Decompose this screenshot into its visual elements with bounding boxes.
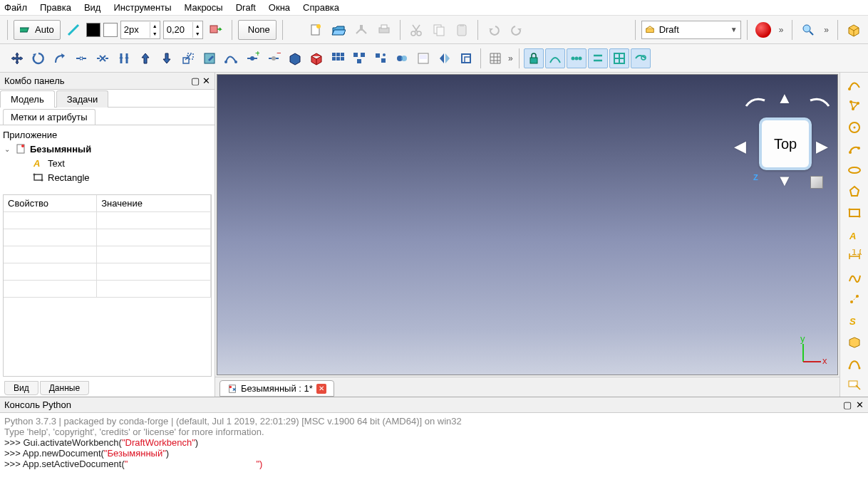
trimex-tool[interactable] [71, 48, 91, 68]
mirror-tool[interactable] [435, 48, 455, 68]
panel-close-icon[interactable]: ✕ [856, 399, 864, 410]
copy-button[interactable] [429, 20, 449, 40]
offset-tool[interactable] [50, 48, 70, 68]
prop-tab-data[interactable]: Данные [40, 381, 89, 395]
cut-button[interactable] [406, 20, 426, 40]
bezier-tool[interactable] [844, 355, 865, 372]
bspline-tool[interactable] [844, 269, 865, 286]
menu-help[interactable]: Справка [303, 2, 339, 13]
new-doc-button[interactable] [306, 20, 326, 40]
upgrade-button[interactable] [135, 48, 155, 68]
downgrade-button[interactable] [157, 48, 177, 68]
path-array-tool[interactable] [349, 48, 369, 68]
array-tool[interactable] [328, 48, 348, 68]
more-icon[interactable]: » [507, 53, 515, 63]
panel-float-icon[interactable]: ▢ [843, 399, 852, 410]
shapestring-tool[interactable]: S [844, 312, 865, 329]
tree-doc-node[interactable]: ⌄ Безымянный [3, 142, 212, 156]
line-width-input[interactable] [121, 23, 150, 36]
subtab-labels[interactable]: Метки и атрибуты [3, 109, 95, 125]
move-tool[interactable] [7, 48, 27, 68]
line-tool[interactable] [844, 75, 865, 93]
spin-up[interactable]: ▲ [150, 22, 160, 30]
wire-tool[interactable] [844, 97, 865, 114]
panel-close-icon[interactable]: ✕ [202, 75, 210, 86]
construction-mode-button[interactable]: Auto [14, 20, 61, 40]
grid-toggle[interactable] [485, 48, 505, 68]
clone-tool[interactable] [392, 48, 412, 68]
polygon-tool[interactable] [844, 183, 865, 200]
line-color-swatch[interactable] [103, 23, 118, 37]
rotate-tool[interactable] [29, 48, 48, 68]
scale-tool[interactable] [178, 48, 198, 68]
menu-view[interactable]: Вид [84, 2, 101, 13]
point-array-tool[interactable] [371, 48, 391, 68]
whats-this-button[interactable] [798, 20, 818, 40]
nav-arrow-left-icon[interactable]: ◀ [734, 137, 746, 156]
nav-arrow-right-icon[interactable]: ▶ [816, 137, 828, 156]
edit-tool[interactable] [200, 48, 219, 68]
menu-draft[interactable]: Draft [236, 2, 256, 13]
more-icon[interactable]: » [821, 25, 832, 35]
paste-button[interactable] [452, 20, 472, 40]
cube-face-top[interactable]: Top [759, 117, 812, 170]
circle-tool[interactable] [844, 118, 865, 135]
tab-tasks[interactable]: Задачи [56, 90, 109, 108]
del-point-tool[interactable]: − [264, 48, 284, 68]
facebinder-tool[interactable] [844, 333, 865, 350]
menu-windows[interactable]: Окна [269, 2, 290, 13]
wire-to-bspline[interactable] [221, 48, 241, 68]
macro-record-button[interactable] [753, 20, 773, 40]
drawing-tool[interactable] [413, 48, 433, 68]
draft-to-sketch[interactable] [306, 48, 326, 68]
document-tab[interactable]: Безымянный : 1* ✕ [219, 380, 334, 397]
stretch-tool[interactable] [93, 48, 113, 68]
print-button[interactable] [374, 20, 394, 40]
undo-button[interactable] [484, 20, 504, 40]
snap-intersection-toggle[interactable] [631, 48, 651, 68]
menu-tools[interactable]: Инструменты [113, 2, 171, 13]
nav-arrow-up-icon[interactable]: ▲ [777, 89, 792, 108]
rectangle-tool[interactable] [844, 204, 865, 221]
apply-style-button[interactable] [206, 20, 226, 40]
redo-button[interactable] [507, 20, 527, 40]
tree-item-rectangle[interactable]: Rectangle [3, 170, 212, 184]
ellipse-tool[interactable] [844, 162, 865, 179]
label-tool[interactable] [844, 377, 865, 394]
chevron-down-icon[interactable]: ⌄ [3, 145, 11, 153]
more-icon[interactable]: » [776, 25, 787, 35]
prop-tab-view[interactable]: Вид [4, 381, 38, 395]
upgrade-tool[interactable] [114, 48, 134, 68]
spin-down[interactable]: ▼ [150, 30, 160, 38]
snap-grid-toggle[interactable] [609, 48, 629, 68]
close-tab-icon[interactable]: ✕ [316, 384, 326, 394]
add-point-tool[interactable]: + [242, 48, 262, 68]
tree-item-text[interactable]: A Text [3, 156, 212, 170]
3d-viewport[interactable]: ▲ ◀ ▶ Top Z ▼ y x [217, 74, 838, 375]
snap-endpoint-toggle[interactable] [545, 48, 565, 68]
open-doc-button[interactable] [329, 20, 348, 40]
text-tool[interactable]: A [844, 226, 865, 243]
part-box-button[interactable] [844, 20, 864, 40]
stretch-tool-2[interactable] [456, 48, 476, 68]
point-tool[interactable] [844, 291, 865, 308]
menu-edit[interactable]: Правка [40, 2, 71, 13]
nav-arrow-down-icon[interactable]: ▼ [777, 172, 792, 190]
spin-down[interactable]: ▼ [192, 30, 202, 38]
snap-parallel-toggle[interactable] [588, 48, 608, 68]
menu-macros[interactable]: Макросы [184, 2, 222, 13]
python-console-output[interactable]: Python 3.7.3 | packaged by conda-forge |… [0, 413, 868, 502]
line-width-spinner[interactable]: ▲▼ [120, 21, 160, 39]
snap-midpoint-toggle[interactable] [567, 48, 587, 68]
face-color-swatch[interactable] [86, 23, 100, 37]
workbench-selector[interactable]: Draft ▼ [641, 21, 741, 39]
autogroup-none-button[interactable]: None [238, 20, 277, 40]
spin-up[interactable]: ▲ [192, 22, 202, 30]
arc-tool[interactable] [844, 140, 865, 157]
color-line-button[interactable] [63, 20, 83, 40]
dimension-tool[interactable]: 1.00 [844, 248, 865, 265]
panel-float-icon[interactable]: ▢ [191, 75, 200, 86]
snap-lock-toggle[interactable] [524, 48, 544, 68]
shape-2d-view[interactable] [285, 48, 305, 68]
font-size-spinner[interactable]: ▲▼ [163, 21, 203, 39]
